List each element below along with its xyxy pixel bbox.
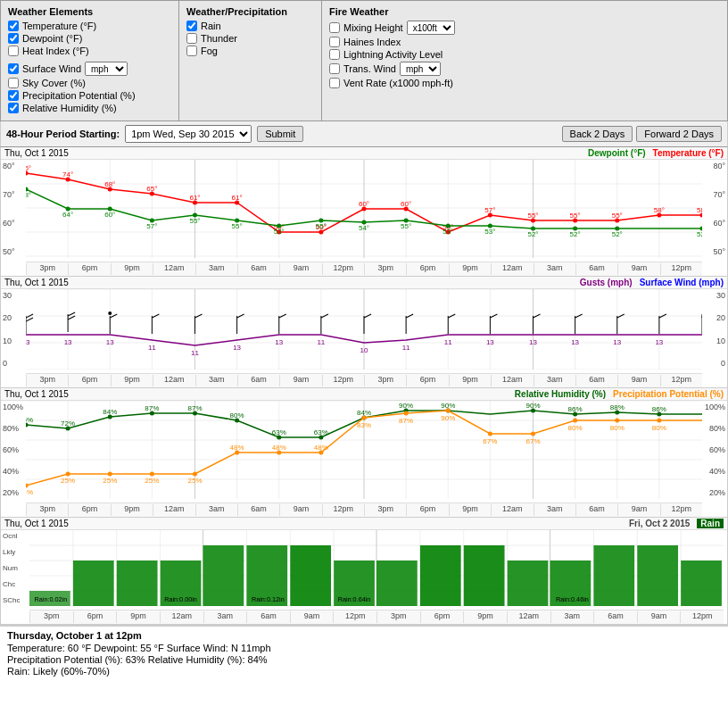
svg-text:80%: 80% xyxy=(568,424,583,432)
svg-point-215 xyxy=(193,472,197,477)
svg-point-209 xyxy=(66,472,70,477)
fog-checkbox[interactable] xyxy=(186,46,197,56)
svg-rect-279 xyxy=(681,561,722,606)
svg-text:75%: 75% xyxy=(26,416,33,424)
y-rh-80: 80% xyxy=(3,424,24,433)
svg-rect-271 xyxy=(376,561,418,606)
svg-text:60°: 60° xyxy=(401,200,411,208)
tick-9am2: 9am xyxy=(617,263,659,275)
rain-checkbox[interactable] xyxy=(186,21,197,31)
weather-elements-section: Weather Elements Temperature (°F) Dewpoi… xyxy=(1,1,179,120)
y-rh-r-60: 60% xyxy=(704,445,725,454)
svg-point-225 xyxy=(404,411,409,416)
rh-precip-chart-body: 100% 80% 60% 40% 20% 100% 80% 60% 40% 20… xyxy=(1,401,727,517)
y-rain-ocnl: Ocnl xyxy=(3,532,28,540)
svg-text:48%: 48% xyxy=(230,444,244,452)
y-wind-0: 0 xyxy=(3,359,24,368)
svg-text:80%: 80% xyxy=(610,424,625,432)
dewpoint-label: Dewpoint (°F) xyxy=(22,33,82,44)
rh-chart-label: Relative Humidity (%) xyxy=(515,389,606,399)
precip-potential-checkbox[interactable] xyxy=(8,90,19,101)
precip-potential-label: Precipitation Potential (%) xyxy=(22,90,136,101)
surface-wind-checkbox[interactable] xyxy=(8,63,19,74)
svg-line-124 xyxy=(68,312,75,316)
svg-text:76°: 76° xyxy=(26,164,31,172)
info-row-3: Rain: Likely (60%-70%) xyxy=(7,666,721,677)
y-rh-60: 60% xyxy=(3,445,24,454)
submit-button[interactable]: Submit xyxy=(257,126,303,142)
svg-point-231 xyxy=(531,432,535,436)
temperature-label: Temperature (°F) xyxy=(22,21,96,31)
trans-wind-checkbox[interactable] xyxy=(329,63,340,74)
tick-9pm1: 9pm xyxy=(111,263,153,275)
tick-6am2: 6am xyxy=(575,263,617,275)
wind-chart-header: Thu, Oct 1 2015 Gusts (mph) Surface Wind… xyxy=(1,277,727,289)
charts-area: Thu, Oct 1 2015 Dewpoint (°F) Temperatur… xyxy=(0,147,728,626)
vent-rate-checkbox[interactable] xyxy=(329,78,340,88)
heat-index-checkbox[interactable] xyxy=(8,46,19,56)
top-panel: Weather Elements Temperature (°F) Dewpoi… xyxy=(0,0,728,121)
period-label: 48-Hour Period Starting: xyxy=(6,129,120,139)
y-temp-70: 70° xyxy=(3,190,24,199)
tick-9pm2: 9pm xyxy=(449,263,491,275)
svg-text:60°: 60° xyxy=(104,211,115,219)
sky-cover-checkbox[interactable] xyxy=(8,78,19,88)
svg-text:55°: 55° xyxy=(612,212,623,220)
relative-humidity-checkbox[interactable] xyxy=(8,103,19,113)
svg-text:13: 13 xyxy=(106,338,114,346)
weather-elements-title: Weather Elements xyxy=(8,6,171,17)
period-select[interactable]: 1pm Wed, Sep 30 2015 xyxy=(125,125,252,143)
mixing-height-checkbox[interactable] xyxy=(329,22,340,33)
info-row-1: Temperature: 60 °F Dewpoint: 55 °F Surfa… xyxy=(7,643,721,653)
tick-6pm2: 6pm xyxy=(406,263,448,275)
temperature-checkbox[interactable] xyxy=(8,21,19,31)
svg-text:11: 11 xyxy=(317,338,325,346)
fire-weather-section: Fire Weather Mixing Height x100ftx10m Ha… xyxy=(322,1,727,120)
rh-precip-left-date: Thu, Oct 1 2015 xyxy=(4,389,69,399)
svg-text:11: 11 xyxy=(148,344,156,352)
y-wind-30: 30 xyxy=(3,291,24,300)
svg-text:48%: 48% xyxy=(314,444,328,452)
svg-text:83%: 83% xyxy=(357,421,371,429)
svg-text:55°: 55° xyxy=(189,217,200,225)
lightning-checkbox[interactable] xyxy=(329,49,340,60)
svg-text:63%: 63% xyxy=(272,428,286,436)
y-temp-60: 60° xyxy=(3,219,24,228)
svg-point-156 xyxy=(108,311,112,315)
rh-precip-chart: Thu, Oct 1 2015 Relative Humidity (%) Pr… xyxy=(1,388,727,518)
dewpoint-chart-label: Dewpoint (°F) xyxy=(588,148,646,158)
svg-text:48%: 48% xyxy=(272,444,286,452)
svg-point-235 xyxy=(615,419,619,423)
svg-text:74°: 74° xyxy=(62,170,73,179)
svg-text:60°: 60° xyxy=(359,200,369,208)
forward-days-button[interactable]: Forward 2 Days xyxy=(636,126,722,142)
svg-text:13: 13 xyxy=(655,338,663,346)
y-rh-r-80: 80% xyxy=(704,424,725,433)
svg-text:13: 13 xyxy=(64,338,72,346)
svg-point-233 xyxy=(573,419,577,423)
tick-12am2: 12am xyxy=(491,263,533,275)
dewpoint-checkbox[interactable] xyxy=(8,33,19,44)
svg-text:52°: 52° xyxy=(570,230,581,238)
mixing-height-unit-select[interactable]: x100ftx10m xyxy=(407,21,455,35)
back-days-button[interactable]: Back 2 Days xyxy=(562,126,633,142)
y-rh-r-20: 20% xyxy=(704,488,725,497)
trans-wind-label: Trans. Wind xyxy=(343,63,396,74)
svg-rect-277 xyxy=(593,545,634,606)
y-rain-chc: Chc xyxy=(3,580,28,588)
thunder-checkbox[interactable] xyxy=(186,33,197,44)
trans-wind-unit-select[interactable]: mphkts xyxy=(400,62,441,76)
y-temp-r-50: 50° xyxy=(704,247,725,256)
svg-text:55°: 55° xyxy=(570,212,581,220)
svg-text:88%: 88% xyxy=(610,403,625,411)
y-wind-r-20: 20 xyxy=(704,313,725,322)
haines-index-checkbox[interactable] xyxy=(329,37,340,47)
surface-wind-unit-select[interactable]: mphktskm/h xyxy=(85,62,128,76)
sky-cover-label: Sky Cover (%) xyxy=(22,78,86,88)
svg-text:84%: 84% xyxy=(103,408,117,416)
svg-text:72%: 72% xyxy=(61,419,75,428)
svg-text:11: 11 xyxy=(191,349,199,357)
svg-text:57°: 57° xyxy=(146,222,157,230)
y-rain-schc: SChc xyxy=(3,596,28,604)
svg-text:13: 13 xyxy=(486,338,494,346)
